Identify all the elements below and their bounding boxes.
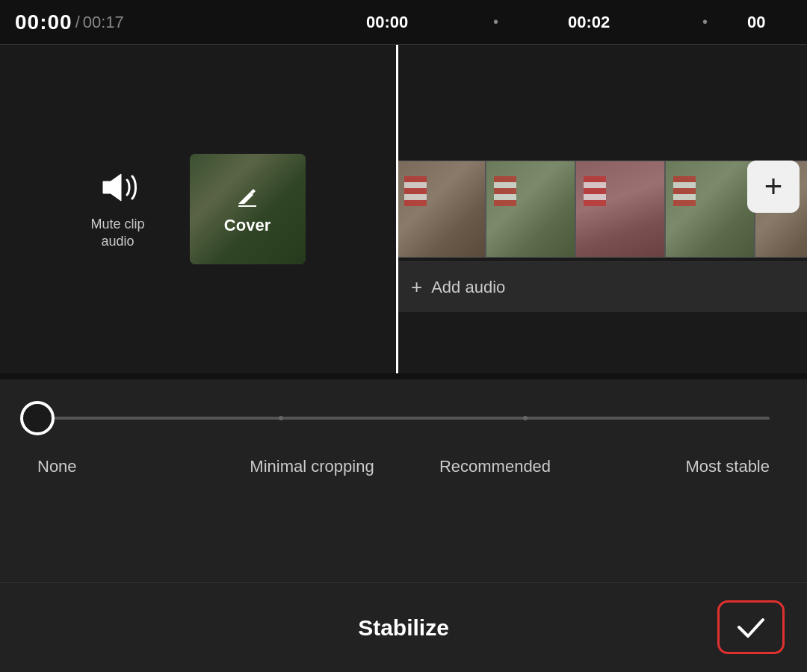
plus-icon: + xyxy=(764,171,783,202)
label-most-stable: Most stable xyxy=(587,457,770,476)
add-audio-label: Add audio xyxy=(431,278,505,297)
cover-label: Cover xyxy=(224,216,270,235)
slider-track xyxy=(37,417,770,420)
marker-dot2: • xyxy=(702,13,708,31)
slider-thumb[interactable] xyxy=(20,401,55,435)
bottom-bar: Stabilize xyxy=(0,582,807,672)
video-frame xyxy=(396,161,486,258)
label-none: None xyxy=(37,457,220,476)
stabilize-panel: None Minimal cropping Recommended Most s… xyxy=(0,379,807,611)
video-frame xyxy=(665,161,755,258)
timeline-header: 00:00 / 00:17 00:00 • 00:02 • 00 xyxy=(0,0,807,45)
slider-tick2 xyxy=(523,416,528,420)
mute-clip-control[interactable]: Mute clip audio xyxy=(90,168,144,251)
marker-02: 00:02 xyxy=(568,13,610,32)
marker-00b: 00 xyxy=(747,13,765,32)
editor-area: Mute clip audio Cover xyxy=(0,45,807,373)
time-separator: / xyxy=(75,13,80,32)
marker-00: 00:00 xyxy=(366,13,408,32)
time-total: 00:17 xyxy=(83,13,124,32)
stabilize-labels: None Minimal cropping Recommended Most s… xyxy=(37,457,770,476)
right-panel: + + Add audio xyxy=(396,45,807,373)
video-frame xyxy=(486,161,575,258)
left-panel: Mute clip audio Cover xyxy=(0,45,396,373)
speaker-icon xyxy=(96,168,140,207)
video-strip xyxy=(396,161,807,258)
label-recommended: Recommended xyxy=(404,457,587,476)
marker-dot1: • xyxy=(493,13,498,31)
cover-thumb-overlay: Cover xyxy=(190,154,306,264)
separator xyxy=(0,373,807,379)
add-audio-bar[interactable]: + Add audio xyxy=(396,261,807,312)
video-frame xyxy=(575,161,665,258)
label-minimal: Minimal cropping xyxy=(220,457,404,476)
add-clip-button[interactable]: + xyxy=(747,161,800,213)
stabilize-slider[interactable] xyxy=(37,409,770,427)
confirm-button[interactable] xyxy=(717,600,785,654)
slider-tick1 xyxy=(279,416,283,420)
stabilize-title: Stabilize xyxy=(358,615,449,641)
mute-clip-label: Mute clip audio xyxy=(90,216,144,251)
cover-button[interactable]: Cover xyxy=(190,154,306,264)
checkmark-icon xyxy=(733,609,769,645)
edit-icon xyxy=(234,183,261,210)
playhead-line xyxy=(396,45,398,373)
add-audio-plus-icon: + xyxy=(411,276,422,299)
time-current: 00:00 xyxy=(0,10,72,34)
